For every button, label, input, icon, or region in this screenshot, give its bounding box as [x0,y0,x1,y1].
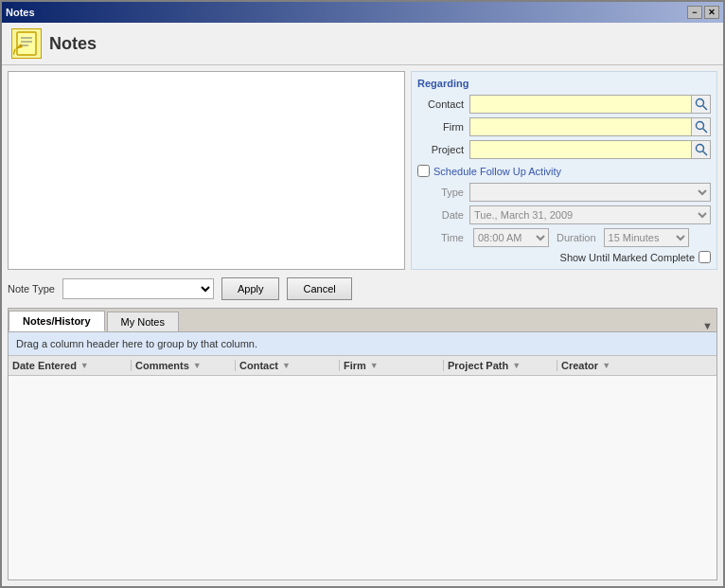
regarding-label: Regarding [417,78,711,89]
main-window: Notes − ✕ Notes [0,0,725,588]
date-select[interactable]: Tue., March 31, 2009 [469,205,711,224]
tabs-header: Notes/History My Notes ▼ [9,309,716,332]
minimize-button[interactable]: − [687,6,702,19]
tab-notes-history[interactable]: Notes/History [9,311,105,331]
project-row: Project [417,140,711,159]
contact-row: Contact [417,95,711,114]
title-bar: Notes − ✕ [2,2,723,23]
window-content: Notes Regarding Contact [2,23,723,586]
firm-input-wrap [469,117,711,136]
svg-point-6 [696,99,703,107]
header-bar: Notes [2,23,723,65]
apply-button[interactable]: Apply [221,277,280,300]
time-row: Time 08:00 AM Duration 15 Minutes [417,228,711,247]
svg-line-9 [702,129,707,134]
filter-icon-firm[interactable]: ▼ [370,361,379,370]
table-header: Date Entered ▼ Comments ▼ Contact ▼ Firm… [9,356,716,376]
filter-icon-creator[interactable]: ▼ [602,361,610,370]
schedule-row: Schedule Follow Up Activity [417,165,711,177]
date-label: Date [417,209,469,221]
project-input-wrap [469,140,711,159]
tab-dropdown-arrow[interactable]: ▼ [702,320,716,331]
contact-input-wrap [469,95,711,114]
project-label: Project [417,144,469,155]
top-section: Regarding Contact [8,71,717,270]
col-header-firm: Firm ▼ [340,360,444,371]
show-until-row: Show Until Marked Complete [417,251,711,263]
project-input[interactable] [469,140,692,159]
time-select[interactable]: 08:00 AM [473,228,549,247]
title-bar-left: Notes [6,7,35,18]
firm-row: Firm [417,117,711,136]
col-header-project-path: Project Path ▼ [444,360,557,371]
svg-point-10 [696,145,703,152]
contact-search-button[interactable] [692,95,711,114]
tabs-section: Notes/History My Notes ▼ Drag a column h… [8,308,717,580]
bottom-controls: Note Type General Phone Call Meeting Ema… [8,276,717,302]
note-type-label: Note Type [8,283,55,294]
show-until-checkbox[interactable] [698,251,711,263]
svg-line-5 [13,49,15,55]
tab-my-notes[interactable]: My Notes [107,312,179,331]
type-row: Type [417,183,711,202]
col-header-comments: Comments ▼ [132,360,236,371]
firm-search-button[interactable] [692,117,711,136]
regarding-panel: Regarding Contact [411,71,717,270]
notes-icon [11,28,42,59]
col-header-creator: Creator ▼ [557,360,716,371]
drag-hint-bar: Drag a column header here to group by th… [9,332,716,356]
window-title: Notes [6,7,35,18]
title-bar-controls: − ✕ [687,6,719,19]
notes-textarea[interactable] [8,71,405,270]
filter-icon-date[interactable]: ▼ [80,361,89,370]
type-label: Type [417,187,469,198]
table-body [9,376,716,579]
svg-point-8 [696,122,703,130]
svg-rect-0 [17,32,36,55]
filter-icon-comments[interactable]: ▼ [193,361,202,370]
project-search-button[interactable] [692,140,711,159]
col-header-date: Date Entered ▼ [9,360,132,371]
cancel-button[interactable]: Cancel [287,277,351,300]
firm-label: Firm [417,121,469,133]
svg-line-7 [702,106,707,111]
note-type-select[interactable]: General Phone Call Meeting Email [62,278,214,299]
firm-input[interactable] [469,117,692,136]
contact-input[interactable] [469,95,692,114]
filter-icon-contact[interactable]: ▼ [282,361,291,370]
duration-label: Duration [557,232,596,243]
schedule-checkbox[interactable] [417,165,430,177]
col-header-contact: Contact ▼ [236,360,340,371]
contact-label: Contact [417,98,469,110]
close-button[interactable]: ✕ [704,6,719,19]
svg-line-11 [702,151,707,156]
time-label: Time [417,232,469,243]
schedule-label: Schedule Follow Up Activity [433,166,561,177]
date-row: Date Tue., March 31, 2009 [417,205,711,224]
show-until-label: Show Until Marked Complete [560,252,695,263]
main-area: Regarding Contact [2,65,723,586]
duration-select[interactable]: 15 Minutes [604,228,689,247]
filter-icon-project[interactable]: ▼ [512,361,521,370]
page-title: Notes [49,34,97,54]
type-select[interactable] [469,183,711,202]
